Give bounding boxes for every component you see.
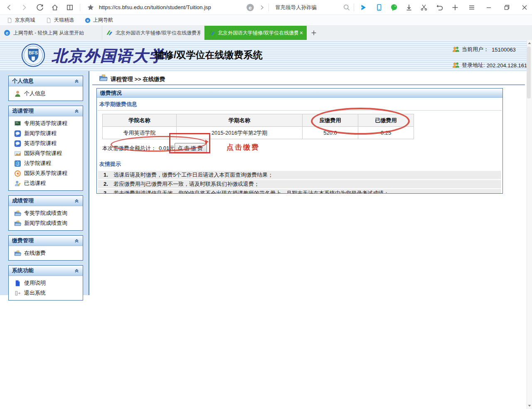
sidebar-section: 成绩管理专英学院成绩查询新闻学院成绩查询 <box>8 195 83 231</box>
pay-button[interactable]: 点击缴费 <box>175 143 207 153</box>
table-row: 专用英语学院2015-2016学年第2学期520.00.25 <box>103 127 414 139</box>
restore-icon[interactable] <box>503 3 511 12</box>
e-icon: e <box>4 30 10 36</box>
current-user-label: 当前用户： <box>462 46 489 53</box>
sidebar-item[interactable]: 个人信息 <box>9 89 83 99</box>
sidebar-item-label: 新闻学院成绩查询 <box>24 219 67 227</box>
bookmark-label: 上网导航 <box>93 17 113 24</box>
payment-panel: 缴费情况 本学期缴费信息 学院名称学期名称应缴费用已缴费用 专用英语学院2015… <box>96 88 503 194</box>
address-bar-url[interactable]: https://cs.bfsu.edu.cn/tuition/student/T… <box>99 4 211 10</box>
collapse-chevron-icon[interactable] <box>74 198 79 204</box>
browser-tab[interactable]: e上网导航 - 轻快上网 从这里开始 <box>0 26 102 40</box>
person-edit-icon <box>14 180 21 187</box>
sidebar-item[interactable]: 专英学院成绩查询 <box>9 208 83 218</box>
tip-row: 3.若未缴费则选课信息无效，您的信息将不会出现在授课教师的花名册上，且期末无法在… <box>98 189 501 194</box>
toolbar-divider <box>268 4 269 11</box>
sidebar-item[interactable]: 退出系统 <box>9 288 83 298</box>
undo-icon[interactable] <box>436 3 444 12</box>
current-user-value: 15100063 <box>492 47 516 53</box>
sidebar-section-header[interactable]: 成绩管理 <box>9 196 83 206</box>
forward-icon[interactable] <box>20 3 28 12</box>
sidebar-item[interactable]: 专用英语学院课程 <box>9 118 83 128</box>
bookmark-item[interactable]: 天猫精选 <box>46 17 74 24</box>
bookmark-label: 天猫精选 <box>54 17 74 24</box>
tab-close-icon[interactable]: × <box>300 30 303 36</box>
collapse-chevron-icon[interactable] <box>74 238 79 244</box>
table-header-cell: 学期名称 <box>177 114 303 127</box>
login-address-label: 登录地址: <box>462 62 485 69</box>
search-icon[interactable] <box>342 3 351 12</box>
sidebar-item[interactable]: 新闻学院成绩查询 <box>9 218 83 228</box>
sidebar-section: 缴费管理在线缴费 <box>8 235 83 261</box>
sidebar-section: 个人信息个人信息 <box>8 76 83 101</box>
table-body: 专用英语学院2015-2016学年第2学期520.00.25 <box>103 127 414 139</box>
sidebar-section-body: 专英学院成绩查询新闻学院成绩查询 <box>9 206 83 230</box>
home-icon[interactable] <box>51 3 59 12</box>
tips-list: 1.选课后请及时缴费，缴费5个工作日后请进入本页面查询缴费结果；2.若应缴费用与… <box>97 171 502 194</box>
new-tab-button[interactable] <box>307 26 321 40</box>
sidebar-divider <box>89 71 89 295</box>
sidebar-item[interactable]: 已选课程 <box>9 178 83 188</box>
download-icon[interactable] <box>405 3 413 12</box>
bookmark-item[interactable]: 京东商城 <box>7 17 35 24</box>
sidebar-item[interactable]: 国际关系学院课程 <box>9 168 83 178</box>
finder-icon <box>14 160 21 167</box>
ie-gray-icon[interactable]: e <box>246 3 254 12</box>
users-icon <box>452 62 460 69</box>
scroll-down-icon[interactable] <box>527 403 532 409</box>
sidebar-item[interactable]: 国际商学院课程 <box>9 148 83 158</box>
sidebar-item[interactable]: 法学院课程 <box>9 158 83 168</box>
mobile-icon[interactable] <box>375 3 383 12</box>
sidebar-section-header[interactable]: 个人信息 <box>9 76 83 86</box>
minimize-icon[interactable] <box>485 3 493 12</box>
screenshot-scissors-icon[interactable] <box>420 3 428 12</box>
back-icon[interactable] <box>5 3 13 12</box>
sidebar-item[interactable]: 使用说明 <box>9 278 83 288</box>
chat-icon <box>14 130 21 137</box>
sidebar-item[interactable]: 新闻学院课程 <box>9 128 83 138</box>
collapse-chevron-icon[interactable] <box>74 268 79 273</box>
reading-mode-icon[interactable] <box>66 3 74 12</box>
browser-tab[interactable]: 北京外国语大学辅修/双学位在线缴费系 <box>102 26 204 40</box>
svg-text:e: e <box>6 30 8 35</box>
sidebar-item-label: 专英学院成绩查询 <box>24 209 67 217</box>
folder-icon <box>14 250 21 257</box>
search-input[interactable] <box>274 3 338 12</box>
tip-number: 2. <box>103 180 113 188</box>
tip-text: 若未缴费则选课信息无效，您的信息将不会出现在授课教师的花名册上，且期末无法在本系… <box>113 189 389 194</box>
video-play-icon[interactable] <box>359 3 367 12</box>
collapse-chevron-icon[interactable] <box>74 79 79 84</box>
sidebar-section-header[interactable]: 缴费管理 <box>9 236 83 246</box>
sidebar-item[interactable]: 在线缴费 <box>9 248 83 258</box>
globe-icon <box>14 170 21 177</box>
total-due-label: 本次需缴费金额总计： <box>102 145 156 152</box>
users-icon <box>452 46 460 53</box>
menu-icon[interactable] <box>468 3 476 12</box>
sidebar-item[interactable]: 英语学院课程 <box>9 138 83 148</box>
browser-tab[interactable]: 北京外国语大学辅修/双学位在线缴费× <box>204 26 307 40</box>
scroll-up-icon[interactable] <box>527 40 532 46</box>
collapse-chevron-icon[interactable] <box>74 108 79 114</box>
wechat-icon[interactable] <box>390 3 398 12</box>
payment-table: 学院名称学期名称应缴费用已缴费用 专用英语学院2015-2016学年第2学期52… <box>102 114 414 139</box>
breadcrumb: 课程管理 >> 在线缴费 <box>111 76 165 83</box>
sidebar-section-header[interactable]: 系统功能 <box>9 266 83 276</box>
login-address-info: 登录地址: 202.204.128.161 <box>452 62 527 69</box>
bookmark-item[interactable]: e上网导航 <box>85 17 113 24</box>
section-underline <box>98 110 502 111</box>
tip-row: 2.若应缴费用与已缴费用不一致，请及时联系我们补缴或退费； <box>98 180 501 188</box>
reload-icon[interactable] <box>36 3 44 12</box>
add-icon[interactable] <box>451 3 459 12</box>
scrollbar-thumb[interactable] <box>527 47 531 99</box>
sidebar-section-header[interactable]: 选课管理 <box>9 106 83 116</box>
table-cell: 0.25 <box>358 127 414 139</box>
close-icon[interactable] <box>520 3 529 12</box>
flag-icon <box>208 30 215 36</box>
section-title: 本学期缴费信息 <box>99 101 502 108</box>
sidebar-section: 选课管理专用英语学院课程新闻学院课程英语学院课程国际商学院课程法学院课程国际关系… <box>8 106 83 191</box>
expand-chevron-icon[interactable] <box>258 3 266 12</box>
sidebar-section-title: 选课管理 <box>12 107 34 115</box>
svg-text:BFS: BFS <box>29 50 38 55</box>
bookmark-star-icon[interactable] <box>86 3 95 12</box>
e-icon: e <box>85 17 91 23</box>
